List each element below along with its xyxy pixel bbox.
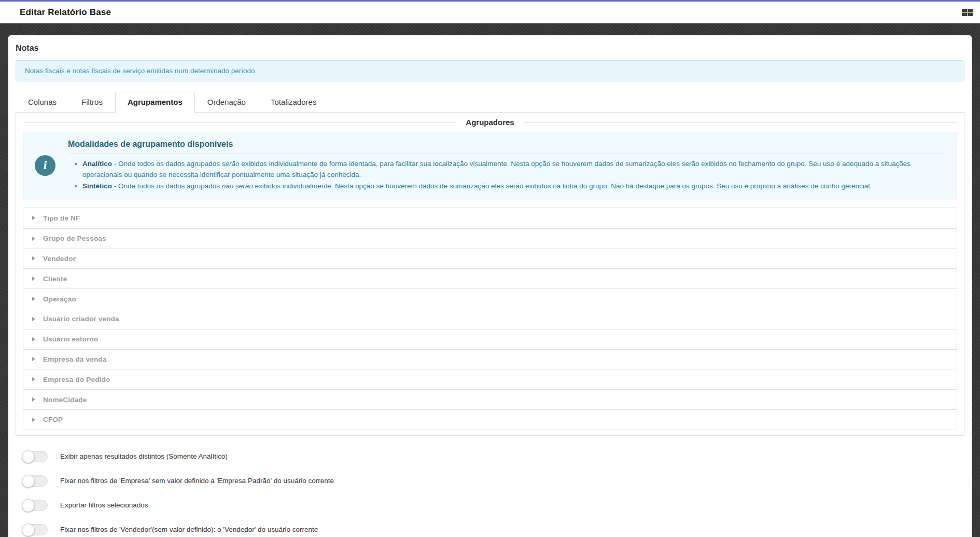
- grouper-row[interactable]: Empresa do Pedido: [23, 369, 957, 389]
- option-label: Exportar filtros selecionados: [60, 501, 148, 509]
- grouper-label: NomeCidade: [43, 396, 87, 404]
- info-icon: i: [35, 155, 55, 176]
- grouper-label: Empresa do Pedido: [43, 376, 110, 383]
- page-title: Editar Relatório Base: [20, 7, 111, 18]
- agrupamentos-tab-panel: Agrupadores i Modalidades de agrupamento…: [16, 113, 964, 436]
- grouper-row[interactable]: Cliente: [23, 268, 957, 288]
- legend-label: Agrupadores: [456, 118, 523, 127]
- caret-right-icon: [32, 377, 35, 381]
- grouper-label: Cliente: [43, 275, 67, 283]
- caret-right-icon: [32, 357, 35, 361]
- caret-right-icon: [32, 237, 35, 241]
- dark-workspace: Notas Notas fiscais e notas fiscais de s…: [0, 23, 980, 537]
- grouper-label: Tipo de NF: [43, 214, 80, 222]
- grouper-row[interactable]: Usuário estorno: [23, 329, 957, 349]
- caret-right-icon: [32, 397, 35, 402]
- option-label: Exibir apenas resultados distintos (Some…: [60, 452, 228, 460]
- caret-right-icon: [32, 297, 35, 301]
- tab[interactable]: Filtros: [69, 92, 115, 113]
- agrupadores-legend: Agrupadores: [23, 118, 957, 127]
- tab[interactable]: Totalizadores: [258, 92, 329, 113]
- toggle-knob: [22, 450, 35, 463]
- grouper-label: Operação: [43, 295, 76, 303]
- legend-line-right: [524, 122, 957, 122]
- grouper-label: CFOP: [43, 416, 63, 423]
- legend-line-left: [23, 122, 456, 122]
- grouper-label: Vendedor: [43, 255, 76, 263]
- toggle-switch[interactable]: [22, 524, 48, 535]
- tab[interactable]: Ordenação: [195, 92, 258, 113]
- grouper-row[interactable]: NomeCidade: [23, 389, 957, 409]
- grouping-modes-title: Modalidades de agrupamento disponíveis: [68, 140, 947, 154]
- app-grid-icon[interactable]: [962, 9, 973, 16]
- option-row: Exibir apenas resultados distintos (Some…: [22, 451, 964, 462]
- report-card: Notas Notas fiscais e notas fiscais de s…: [8, 35, 972, 537]
- caret-right-icon: [32, 277, 35, 281]
- toggle-knob: [22, 475, 35, 488]
- grouping-modes-info-panel: i Modalidades de agrupamento disponíveis…: [23, 132, 957, 200]
- option-row: Fixar nos filtros de 'Vendedor'(sem valo…: [22, 524, 964, 535]
- grouper-label: Empresa da venda: [43, 355, 107, 363]
- option-label: Fixar nos filtros de 'Empresa' sem valor…: [60, 477, 334, 485]
- app-header: Editar Relatório Base: [0, 2, 980, 23]
- grouper-label: Usuário estorno: [43, 335, 99, 343]
- toggle-switch[interactable]: [22, 451, 48, 462]
- report-description-alert: Notas fiscais e notas fiscais de serviço…: [16, 60, 964, 81]
- report-tabs: Colunas Filtros Agrupamentos Ordenação T…: [16, 92, 964, 113]
- grouper-label: Grupo de Pessoas: [43, 235, 106, 242]
- grouper-row[interactable]: Tipo de NF: [23, 208, 957, 228]
- grouper-row[interactable]: Usuário criador venda: [23, 309, 957, 329]
- grouper-row[interactable]: Grupo de Pessoas: [23, 228, 957, 249]
- tab[interactable]: Colunas: [16, 92, 69, 113]
- option-label: Fixar nos filtros de 'Vendedor'(sem valo…: [60, 526, 318, 533]
- caret-right-icon: [32, 418, 35, 422]
- grouping-mode-bullet: Sintético - Onde todos os dados agrupado…: [82, 181, 947, 191]
- grouping-modes-list: Analítico - Onde todos os dados agrupado…: [68, 158, 947, 191]
- grouping-mode-bullet: Analítico - Onde todos os dados agrupado…: [82, 158, 947, 181]
- toggle-switch[interactable]: [22, 500, 48, 511]
- tab[interactable]: Agrupamentos: [115, 92, 195, 113]
- option-row: Exportar filtros selecionados: [22, 500, 964, 511]
- caret-right-icon: [32, 317, 35, 321]
- section-title: Notas: [16, 44, 964, 53]
- caret-right-icon: [32, 337, 35, 341]
- toggle-switch[interactable]: [22, 475, 48, 487]
- toggle-knob: [22, 499, 35, 512]
- groupers-accordion: Tipo de NF Grupo de Pessoas Vendedor: [23, 208, 957, 430]
- report-options: Exibir apenas resultados distintos (Some…: [16, 451, 964, 535]
- grouper-row[interactable]: Vendedor: [23, 249, 957, 269]
- caret-right-icon: [32, 256, 35, 260]
- toggle-knob: [22, 524, 35, 536]
- caret-right-icon: [32, 216, 35, 220]
- grouper-row[interactable]: Operação: [23, 288, 957, 309]
- info-body: Modalidades de agrupamento disponíveis A…: [68, 140, 947, 191]
- grouper-label: Usuário criador venda: [43, 315, 119, 323]
- option-row: Fixar nos filtros de 'Empresa' sem valor…: [22, 475, 964, 487]
- grouper-row[interactable]: CFOP: [23, 409, 957, 430]
- grouper-row[interactable]: Empresa da venda: [23, 349, 957, 369]
